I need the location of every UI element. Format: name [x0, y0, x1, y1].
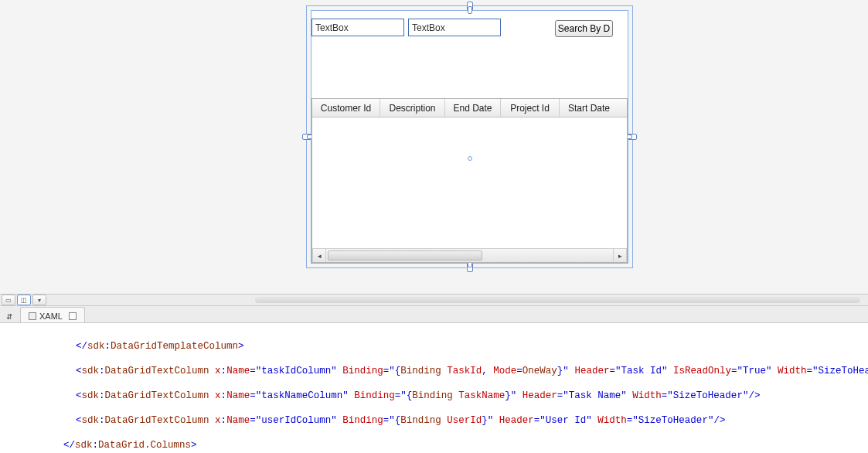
column-header[interactable]: Customer Id — [312, 99, 380, 117]
textbox-text: TextBox — [412, 22, 445, 33]
search-button[interactable]: Search By D — [555, 20, 613, 37]
swap-panes-icon[interactable]: ⇵ — [3, 310, 15, 322]
collapse-pane-icon[interactable]: ▾ — [32, 295, 46, 305]
inner-handle-top[interactable] — [468, 6, 472, 14]
textbox-text: TextBox — [315, 22, 349, 33]
column-header[interactable]: Start Date — [560, 99, 618, 117]
tab-label: XAML — [39, 312, 63, 321]
tab-xaml[interactable]: XAML — [20, 307, 85, 322]
scroll-track[interactable] — [326, 249, 613, 262]
datagrid-body — [312, 118, 627, 248]
datagrid[interactable]: Customer Id Description End Date Project… — [311, 98, 628, 263]
column-header[interactable]: Description — [380, 99, 445, 117]
scroll-thumb[interactable] — [328, 250, 482, 261]
outer-selection-frame: TextBox TextBox Search By D Customer Id … — [306, 5, 633, 268]
xaml-editor[interactable]: </sdk:DataGridTemplateColumn> <sdk:DataG… — [0, 323, 868, 453]
center-anchor-icon — [468, 156, 472, 161]
designer-splitter[interactable]: ▭ ◫ ▾ — [0, 294, 868, 306]
column-header[interactable]: Project Id — [501, 99, 560, 117]
usercontrol-canvas[interactable]: TextBox TextBox Search By D Customer Id … — [311, 10, 628, 264]
xaml-file-icon — [29, 312, 36, 320]
splitter-track[interactable] — [255, 297, 860, 303]
tab-secondary-icon — [69, 312, 77, 320]
horizontal-scrollbar[interactable]: ◂ ▸ — [312, 248, 627, 262]
designer-surface[interactable]: TextBox TextBox Search By D Customer Id … — [0, 0, 868, 294]
datagrid-header: Customer Id Description End Date Project… — [312, 99, 627, 118]
split-horizontal-icon[interactable]: ▭ — [2, 295, 15, 305]
column-header[interactable]: End Date — [445, 99, 501, 117]
lower-date-textbox[interactable]: TextBox — [311, 19, 404, 36]
button-label: Search By D — [558, 23, 610, 34]
editor-tab-strip: ⇵ XAML — [0, 306, 868, 323]
scroll-left-icon[interactable]: ◂ — [312, 249, 326, 262]
scroll-right-icon[interactable]: ▸ — [613, 249, 627, 262]
upper-date-textbox[interactable]: TextBox — [408, 19, 501, 36]
split-vertical-icon[interactable]: ◫ — [17, 295, 31, 305]
